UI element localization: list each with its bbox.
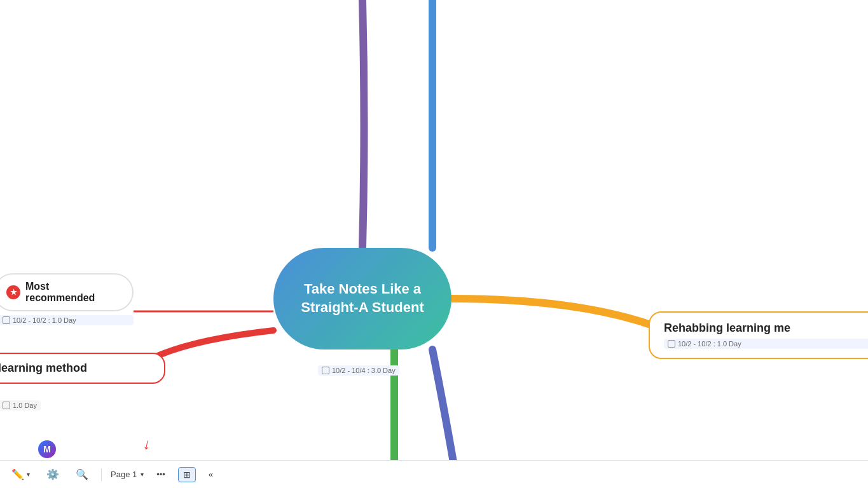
central-node-text: Take Notes Like a Straight-A Student	[273, 274, 451, 323]
zoom-button[interactable]: 🔍	[72, 466, 92, 483]
central-node-date: 10/2 - 10/4 : 3.0 Day	[318, 362, 399, 376]
red-arrow-annotation: ↓	[142, 435, 153, 454]
most-recommended-node[interactable]: ★ Most recommended 10/2 - 10/2 : 1.0 Day	[0, 273, 134, 325]
most-recommended-label: Most recommended	[25, 281, 121, 304]
pomodoro-date: 1.0 Day	[0, 397, 41, 410]
more-dots: •••	[156, 470, 165, 479]
search-icon: 🔍	[76, 468, 88, 480]
pomodoro-label: odore learning method	[0, 362, 151, 375]
rehabbing-date: 10/2 - 10/2 : 1.0 Day	[664, 339, 868, 349]
central-node[interactable]: Take Notes Like a Straight-A Student	[273, 248, 451, 349]
rehabbing-label: Rehabbing learning me	[664, 322, 868, 335]
rehabbing-node[interactable]: Rehabbing learning me 10/2 - 10/2 : 1.0 …	[649, 311, 868, 359]
pen-arrow: ▾	[27, 471, 30, 478]
more-options-button[interactable]: •••	[153, 467, 169, 482]
gear-icon: ⚙️	[46, 468, 59, 480]
pen-icon: ✏️	[11, 468, 24, 480]
calendar-icon-2	[3, 316, 10, 324]
page-selector[interactable]: Page 1 ▾	[111, 470, 144, 479]
settings-button[interactable]: ⚙️	[43, 466, 63, 483]
pomodoro-node[interactable]: odore learning method	[0, 353, 165, 384]
most-recommended-date: 10/2 - 10/2 : 1.0 Day	[0, 315, 134, 325]
page-arrow: ▾	[141, 471, 144, 478]
calendar-icon-3	[3, 402, 10, 409]
star-icon: ★	[6, 285, 20, 299]
connections-layer	[0, 0, 868, 488]
page-view-icon: ⊞	[183, 470, 191, 480]
calendar-icon	[322, 367, 329, 374]
pen-tool-button[interactable]: ✏️ ▾	[8, 466, 34, 483]
page-view-button[interactable]: ⊞	[178, 467, 196, 482]
mind-map-canvas: Take Notes Like a Straight-A Student 10/…	[0, 0, 868, 488]
page-label: Page 1	[111, 470, 137, 479]
calendar-icon-4	[668, 340, 675, 348]
collapse-icon: «	[209, 470, 213, 479]
most-recommended-pill[interactable]: ★ Most recommended	[0, 273, 134, 311]
toolbar: ✏️ ▾ ⚙️ 🔍 Page 1 ▾ ••• ⊞ «	[0, 460, 868, 488]
toolbar-separator-1	[101, 468, 102, 481]
collapse-button[interactable]: «	[205, 467, 217, 482]
notion-icon: M	[38, 440, 56, 458]
